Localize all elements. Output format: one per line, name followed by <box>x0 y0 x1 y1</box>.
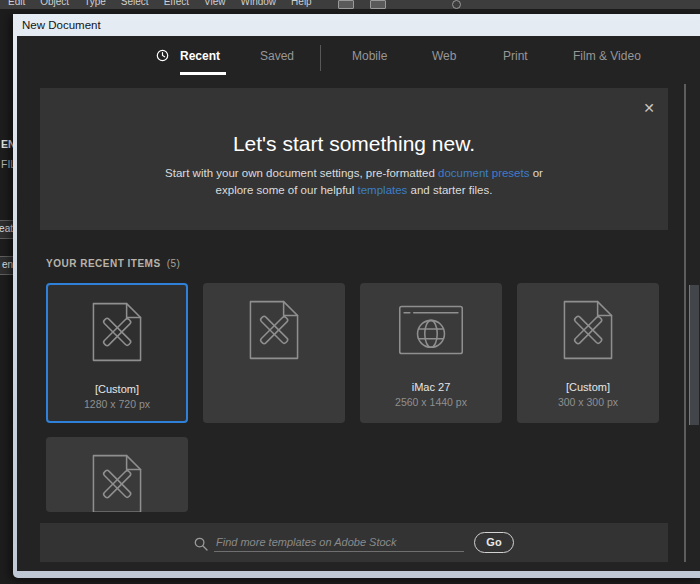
tab-mobile[interactable]: Mobile <box>352 49 387 63</box>
menu-item[interactable]: Edit <box>8 0 25 7</box>
circle-icon[interactable] <box>452 0 461 9</box>
card-name: [Custom] <box>48 383 186 395</box>
dialog-title: New Document <box>22 19 101 31</box>
close-icon[interactable]: ✕ <box>643 101 655 115</box>
menu-item[interactable]: View <box>204 0 226 7</box>
hero-banner: ✕ Let's start something new. Start with … <box>40 88 668 230</box>
card-dimensions: 1280 x 720 px <box>48 398 186 410</box>
document-template-icon <box>249 300 299 360</box>
app-menu-bar: Edit Object Type Select Effect View Wind… <box>0 0 700 9</box>
hero-body-text: and starter files. <box>407 184 492 196</box>
tab-web[interactable]: Web <box>432 49 456 63</box>
recent-items-heading: YOUR RECENT ITEMS(5) <box>46 258 180 269</box>
menu-item[interactable]: Help <box>291 0 312 7</box>
search-icon <box>194 537 208 551</box>
hero-body: Start with your own document settings, p… <box>40 165 668 199</box>
recent-item-card[interactable] <box>203 283 345 423</box>
new-document-dialog: New Document Recent Saved Mobile Web Pri… <box>13 14 700 578</box>
search-input[interactable] <box>214 534 464 552</box>
document-template-icon <box>563 300 613 360</box>
hero-body-text: Start with your own document settings, p… <box>165 167 438 179</box>
hero-body-text: or <box>529 167 542 179</box>
tab-recent[interactable]: Recent <box>180 49 220 63</box>
scrollbar-track[interactable] <box>684 84 686 562</box>
menu-item[interactable]: Select <box>121 0 149 7</box>
card-name: iMac 27 <box>360 381 502 393</box>
recent-item-card[interactable] <box>46 437 188 512</box>
dialog-titlebar[interactable]: New Document <box>13 14 700 36</box>
tab-print[interactable]: Print <box>503 49 528 63</box>
panel-icon[interactable] <box>338 0 354 9</box>
hero-body-text: explore some of our helpful <box>216 184 358 196</box>
card-dimensions: 2560 x 1440 px <box>360 396 502 408</box>
tab-divider <box>320 45 321 71</box>
dialog-body: Recent Saved Mobile Web Print Film & Vid… <box>17 36 700 571</box>
menu-item[interactable]: Type <box>84 0 106 7</box>
go-button[interactable]: Go <box>474 532 514 553</box>
menu-item[interactable]: Effect <box>164 0 189 7</box>
clock-icon <box>156 49 169 62</box>
scrollbar-thumb[interactable] <box>689 285 699 425</box>
document-template-icon <box>92 454 142 512</box>
template-search-panel: Go <box>40 523 668 562</box>
menu-item[interactable]: Object <box>40 0 69 7</box>
active-tab-underline <box>180 72 226 75</box>
browser-globe-icon <box>398 305 464 355</box>
hero-title: Let's start something new. <box>40 132 668 156</box>
tab-film-video[interactable]: Film & Video <box>573 49 641 63</box>
card-dimensions: 300 x 300 px <box>517 396 659 408</box>
tab-saved[interactable]: Saved <box>260 49 294 63</box>
recent-items-heading-text: YOUR RECENT ITEMS <box>46 258 161 269</box>
recent-items-count: (5) <box>167 258 181 269</box>
document-presets-link[interactable]: document presets <box>438 167 529 179</box>
templates-link[interactable]: templates <box>358 184 408 196</box>
recent-item-card[interactable]: [Custom] 300 x 300 px <box>517 283 659 423</box>
recent-item-card[interactable]: [Custom] 1280 x 720 px <box>46 283 188 423</box>
document-template-icon <box>92 302 142 362</box>
menu-item[interactable]: Window <box>241 0 277 7</box>
recent-item-card[interactable]: iMac 27 2560 x 1440 px <box>360 283 502 423</box>
card-name: [Custom] <box>517 381 659 393</box>
panel-icon[interactable] <box>370 0 386 9</box>
